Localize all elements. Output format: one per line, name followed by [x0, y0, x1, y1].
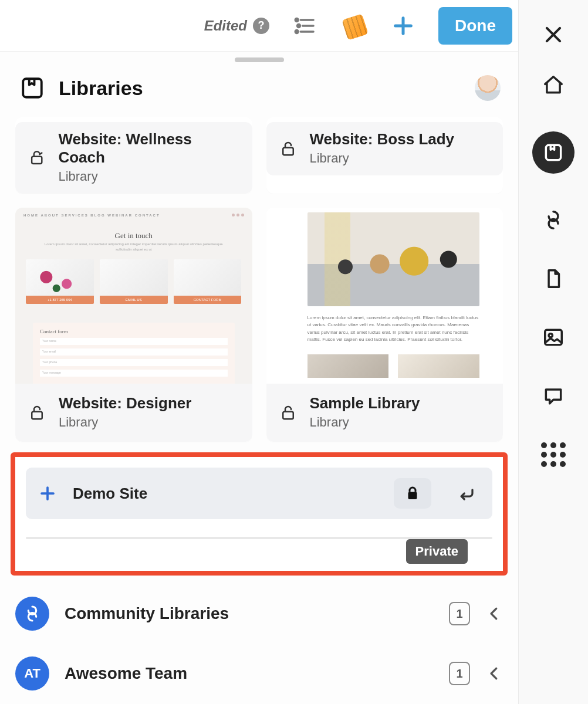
library-title: Website: Designer [59, 394, 191, 412]
submit-button[interactable] [448, 478, 485, 509]
svg-point-2 [298, 24, 300, 27]
new-library-input[interactable] [73, 485, 377, 503]
library-title: Website: Wellness Coach [58, 130, 239, 167]
library-subtitle: Library [58, 169, 239, 184]
row-label: Awesome Team [65, 664, 434, 683]
community-libraries-row[interactable]: Community Libraries 1 [15, 584, 503, 644]
svg-rect-11 [32, 411, 42, 419]
libraries-nav-icon[interactable] [532, 131, 575, 174]
library-subtitle: Library [310, 151, 455, 166]
outline-icon[interactable] [290, 12, 319, 40]
edited-label: Edited [204, 18, 247, 34]
new-library-highlight: Private [11, 452, 508, 576]
unlock-icon [28, 148, 45, 166]
right-sidebar [519, 0, 588, 704]
close-icon[interactable] [541, 22, 566, 47]
drag-handle[interactable] [235, 57, 284, 62]
svg-point-20 [549, 334, 552, 337]
help-icon[interactable]: ? [253, 18, 269, 34]
panel-title: Libraries [59, 77, 461, 100]
library-card[interactable]: Lorem ipsum dolor sit amet, consectetur … [266, 208, 503, 442]
svg-point-0 [295, 18, 298, 21]
user-avatar[interactable] [475, 75, 501, 101]
community-icon [15, 597, 49, 631]
edited-status: Edited ? [204, 18, 269, 34]
lock-icon [404, 485, 421, 502]
file-icon[interactable] [541, 266, 566, 291]
unlock-icon [279, 140, 297, 157]
done-button[interactable]: Done [438, 7, 512, 45]
comment-icon[interactable] [541, 384, 566, 408]
library-card[interactable]: Website: Boss Lady Library [266, 117, 503, 194]
library-subtitle: Library [59, 415, 191, 430]
privacy-toggle-button[interactable] [394, 478, 431, 509]
library-thumbnail: Lorem ipsum dolor sit amet, consectetur … [266, 208, 503, 384]
team-avatar: AT [15, 656, 49, 691]
swirl-icon[interactable] [541, 208, 566, 232]
svg-rect-15 [408, 492, 417, 500]
top-toolbar: Edited ? Done [0, 0, 518, 52]
library-card[interactable]: Website: Wellness Coach Library [15, 117, 252, 194]
svg-rect-8 [23, 79, 42, 97]
unlock-icon [28, 404, 46, 421]
library-title: Sample Library [310, 394, 420, 412]
privacy-tooltip: Private [406, 539, 468, 564]
libraries-icon [20, 76, 45, 100]
svg-point-4 [295, 30, 298, 33]
library-title: Website: Boss Lady [310, 130, 455, 148]
plus-icon [39, 485, 56, 502]
image-icon[interactable] [541, 325, 566, 350]
row-label: Community Libraries [65, 604, 434, 623]
svg-rect-9 [32, 157, 42, 164]
add-icon[interactable] [389, 12, 417, 40]
chevron-left-icon [485, 665, 503, 682]
count-badge: 1 [449, 602, 470, 625]
unlock-icon [279, 404, 297, 421]
panel-header: Libraries [0, 62, 518, 117]
svg-rect-10 [283, 147, 293, 155]
new-library-row [26, 468, 492, 519]
library-subtitle: Library [310, 415, 420, 430]
more-icon[interactable] [541, 442, 566, 467]
home-icon[interactable] [541, 73, 566, 97]
chevron-left-icon [485, 605, 503, 622]
team-row[interactable]: AT Awesome Team 1 [15, 644, 503, 703]
libraries-panel: Libraries Website: Wellness Coach [0, 52, 518, 704]
svg-rect-12 [283, 411, 293, 419]
enter-icon [458, 485, 475, 502]
library-thumbnail: HOME ABOUT SERVICES BLOG WEBINAR CONTACT… [15, 208, 252, 384]
ruler-icon[interactable] [340, 12, 368, 40]
svg-rect-19 [545, 330, 562, 344]
count-badge: 1 [449, 662, 470, 685]
library-card[interactable]: HOME ABOUT SERVICES BLOG WEBINAR CONTACT… [15, 208, 252, 442]
